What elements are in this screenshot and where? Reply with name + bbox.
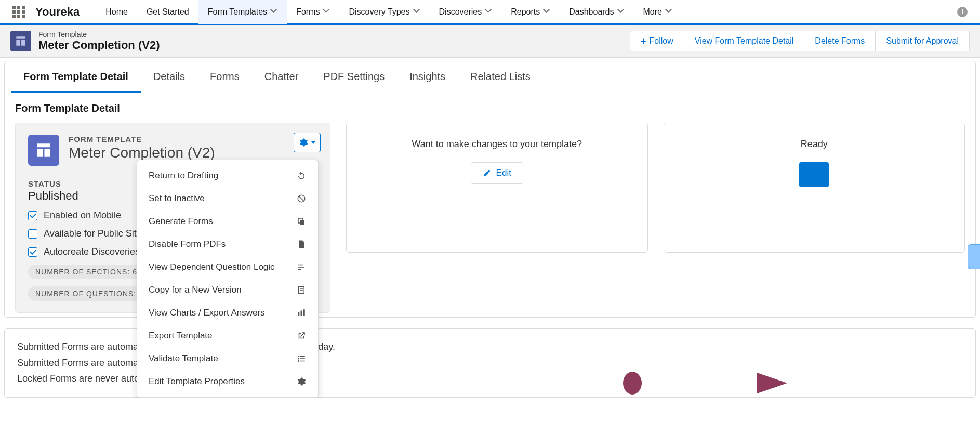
subtab-pdf-settings[interactable]: PDF Settings — [311, 61, 397, 93]
file-icon — [296, 239, 307, 250]
checkbox-icon[interactable] — [28, 247, 37, 257]
chevron-down-icon — [666, 9, 672, 15]
nav-tab-forms[interactable]: Forms — [287, 0, 339, 24]
subtab-insights[interactable]: Insights — [397, 61, 458, 93]
subtab-chatter[interactable]: Chatter — [252, 61, 311, 93]
subtab-related-lists[interactable]: Related Lists — [458, 61, 543, 93]
nav-tab-label: Reports — [511, 7, 540, 17]
copy-icon — [296, 216, 307, 227]
gear-menu-button[interactable] — [294, 133, 321, 152]
menu-label: Return to Drafting — [149, 170, 218, 181]
svg-rect-9 — [303, 309, 305, 316]
chevron-down-icon — [618, 9, 625, 15]
nav-tab-label: Dashboards — [569, 7, 614, 17]
edit-prompt-card: Want to make changes to your template? E… — [346, 123, 647, 253]
nav-tab-get-started[interactable]: Get Started — [137, 0, 198, 24]
subtab-form-template-detail[interactable]: Form Template Detail — [11, 61, 141, 93]
menu-view-charts[interactable]: View Charts / Export Answers — [137, 301, 318, 324]
plus-icon: + — [641, 36, 646, 46]
chevron-down-icon — [324, 9, 330, 15]
svg-point-14 — [298, 360, 299, 362]
menu-generate-forms[interactable]: Generate Forms — [137, 210, 318, 233]
object-name: Meter Completion (V2) — [38, 38, 160, 52]
submit-approval-button[interactable]: Submit for Approval — [876, 31, 970, 51]
subtab-details[interactable]: Details — [141, 61, 197, 93]
menu-copy-version[interactable]: Copy for a New Version — [137, 279, 318, 301]
sections-count-pill: NUMBER OF SECTIONS: 6 — [28, 265, 144, 279]
subtab-forms[interactable]: Forms — [197, 61, 252, 93]
checkbox-icon[interactable] — [28, 229, 37, 239]
svg-rect-15 — [300, 361, 305, 362]
nav-tab-home[interactable]: Home — [96, 0, 137, 24]
menu-label: Validate Template — [149, 353, 218, 364]
svg-point-10 — [298, 356, 299, 357]
ready-text: Ready — [677, 139, 952, 150]
edit-button[interactable]: Edit — [471, 162, 523, 184]
edit-prompt-text: Want to make changes to your template? — [359, 139, 634, 150]
nav-tab-more[interactable]: More — [634, 0, 682, 24]
right-edge-tab[interactable] — [968, 244, 980, 269]
undo-icon — [296, 170, 307, 181]
external-icon — [296, 331, 307, 341]
doc-icon — [296, 285, 307, 295]
menu-label: Edit Template Properties — [149, 376, 245, 387]
chevron-down-icon — [414, 9, 420, 15]
panel-title: Form Template Detail — [15, 102, 965, 114]
nav-tab-label: Form Templates — [208, 7, 267, 17]
object-type-label: Form Template — [38, 30, 160, 38]
nav-tab-form-templates[interactable]: Form Templates — [198, 0, 287, 24]
checkbox-icon[interactable] — [28, 211, 37, 220]
follow-button[interactable]: +Follow — [630, 31, 684, 51]
ban-icon — [296, 193, 307, 204]
detail-panel: Form Template Detail FORM TEMPLATE Meter… — [4, 93, 976, 318]
view-detail-button[interactable]: View Form Template Detail — [684, 31, 805, 51]
table-icon — [296, 308, 307, 318]
chevron-down-icon — [544, 9, 550, 15]
nav-tab-label: Discoveries — [439, 7, 482, 17]
menu-set-inactive[interactable]: Set to Inactive — [137, 187, 318, 210]
follow-label: Follow — [650, 36, 673, 46]
record-header: Form Template Meter Completion (V2) +Fol… — [0, 25, 980, 58]
nav-tab-label: Forms — [296, 7, 320, 17]
flow-icon — [296, 262, 307, 272]
svg-rect-13 — [300, 358, 305, 359]
menu-view-logic[interactable]: View Dependent Question Logic — [137, 256, 318, 279]
nav-tab-dashboards[interactable]: Dashboards — [560, 0, 633, 24]
nav-tab-discoveries[interactable]: Discoveries — [430, 0, 502, 24]
generate-prompt-card: Ready — [664, 123, 965, 253]
edit-label: Edit — [496, 168, 511, 178]
menu-return-to-drafting[interactable]: Return to Drafting — [137, 164, 318, 187]
caret-down-icon — [311, 141, 315, 144]
gear-dropdown-menu: Return to Drafting Set to Inactive Gener… — [137, 160, 319, 398]
check-label: Autocreate Discoveries — [44, 246, 140, 257]
nav-tab-reports[interactable]: Reports — [501, 0, 560, 24]
generate-button[interactable] — [800, 163, 828, 186]
menu-label: View Dependent Question Logic — [149, 262, 275, 272]
menu-label: Disable Form PDFs — [149, 239, 226, 250]
info-icon[interactable]: i — [957, 7, 968, 17]
nav-tab-label: Home — [105, 7, 128, 17]
delete-forms-button[interactable]: Delete Forms — [804, 31, 876, 51]
svg-rect-7 — [298, 312, 299, 317]
svg-point-12 — [298, 358, 299, 360]
card-title: Meter Completion (V2) — [69, 145, 215, 161]
menu-edit-properties[interactable]: Edit Template Properties — [137, 370, 318, 393]
chevron-down-icon — [271, 9, 277, 15]
record-type-icon — [10, 31, 31, 51]
svg-rect-2 — [300, 220, 304, 225]
sub-tabs: Form Template Detail Details Forms Chatt… — [4, 61, 976, 93]
template-icon — [28, 135, 59, 166]
app-name: Youreka — [35, 5, 80, 19]
questions-count-pill: NUMBER OF QUESTIONS: 35 — [28, 286, 155, 301]
menu-label: Generate Forms — [149, 216, 213, 227]
chevron-down-icon — [486, 9, 492, 15]
menu-disable-pdfs[interactable]: Disable Form PDFs — [137, 233, 318, 256]
menu-validate-template[interactable]: Validate Template — [137, 347, 318, 370]
svg-rect-11 — [300, 356, 305, 357]
card-eyebrow: FORM TEMPLATE — [69, 135, 215, 143]
menu-export-template[interactable]: Export Template — [137, 324, 318, 347]
app-launcher-icon[interactable] — [11, 5, 26, 19]
gear-icon — [296, 376, 307, 387]
nav-tab-discovery-types[interactable]: Discovery Types — [339, 0, 429, 24]
global-nav: Youreka Home Get Started Form Templates … — [0, 0, 980, 25]
